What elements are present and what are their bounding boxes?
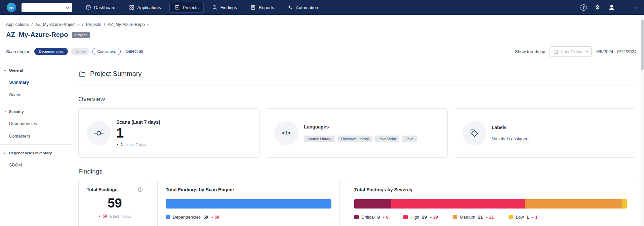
vertical-scrollbar[interactable] — [641, 15, 644, 226]
languages-card: </> Languages Source Library Unknown Lib… — [266, 108, 447, 158]
nav-projects[interactable]: Projects — [169, 2, 204, 13]
chevron-down-icon[interactable] — [78, 24, 79, 26]
gear-icon[interactable]: ⚙ — [595, 5, 600, 10]
total-findings-delta: 59 — [103, 214, 107, 219]
legend-delta: ▲ 59 — [211, 215, 219, 220]
breadcrumb-projects[interactable]: Projects — [86, 22, 101, 27]
sidebar-section-general[interactable]: General — [0, 64, 72, 76]
top-navbar: m Dashboard Applications Projects Findin… — [0, 0, 644, 15]
breadcrumb-separator: / — [82, 22, 83, 27]
legend-dependencies: Dependencies 59 ▲ 59 — [166, 215, 219, 220]
user-avatar-icon[interactable] — [608, 4, 615, 11]
sidebar-item-dependencies[interactable]: Dependencies — [0, 117, 72, 130]
project-summary-title: Project Summary — [90, 70, 142, 78]
scans-trend: ▲ 1 in last 7 days — [116, 142, 160, 147]
legend-delta: ▲ 1 — [532, 215, 538, 220]
severity-segment-high[interactable] — [391, 199, 525, 209]
breadcrumb-project-name[interactable]: AZ_My-Azure-Repo — [108, 22, 145, 27]
legend-critical: Critical 8 ▲ 8 — [354, 215, 389, 220]
language-tag: Unknown Library — [338, 136, 372, 142]
chevron-up-icon — [4, 70, 6, 72]
findings-heading: Findings — [78, 168, 635, 175]
nav-applications[interactable]: Applications — [124, 2, 166, 13]
engine-bar-segment-dependencies[interactable] — [166, 199, 331, 209]
breadcrumb-applications[interactable]: Applications — [6, 22, 29, 27]
low-color-swatch — [509, 215, 513, 219]
breadcrumb-application-name[interactable]: AZ_My-Azure-Project — [35, 22, 75, 27]
dependencies-color-swatch — [166, 215, 170, 219]
calendar-icon — [553, 49, 558, 54]
legend-medium: Medium 21 ▲ 21 — [453, 215, 494, 220]
nav-label: Applications — [137, 5, 161, 10]
labels-card: Labels No labels assigned — [454, 108, 635, 158]
info-icon[interactable] — [138, 187, 143, 192]
help-icon[interactable]: ? — [580, 4, 587, 11]
pill-dependencies[interactable]: Dependencies — [34, 48, 68, 55]
code-icon: </> — [274, 121, 298, 145]
trends-period-dropdown[interactable]: Last 7 days ▾ — [550, 46, 592, 57]
trends-controls: Show trends by Last 7 days ▾ 6/5/2024 - … — [515, 46, 637, 57]
legend-label: High — [410, 215, 419, 220]
scans-count: 1 — [116, 125, 160, 140]
sidebar-section-security[interactable]: Security — [0, 105, 72, 117]
main-content: Project Summary Overview Scans (Last 7 d… — [78, 61, 635, 226]
date-range-text: 6/5/2024 - 6/12/2024 — [596, 49, 637, 54]
trend-up-icon: ▲ — [532, 216, 534, 219]
chevron-down-icon — [66, 5, 69, 9]
nav-label: Projects — [183, 5, 199, 10]
chevron-down-icon[interactable] — [147, 24, 149, 26]
sidebar-item-sbom[interactable]: SBOM — [0, 159, 72, 171]
legend-value: 1 — [526, 215, 529, 220]
legend-delta: ▲ 21 — [486, 215, 494, 220]
navbar-actions: ? ⚙ — [580, 4, 637, 11]
breadcrumb: Applications / AZ_My-Azure-Project / Pro… — [6, 22, 149, 27]
nav-automation[interactable]: Automation — [282, 2, 323, 13]
select-all-link[interactable]: Select all — [126, 49, 143, 54]
findings-by-severity-card: Total Findings by Severity Critical 8 ▲ … — [346, 180, 635, 226]
org-selector-dropdown[interactable] — [22, 3, 72, 12]
language-tag: JavaScript — [375, 136, 399, 142]
show-trends-label: Show trends by — [515, 49, 545, 54]
severity-segment-medium[interactable] — [525, 199, 622, 209]
scrollbar-thumb[interactable] — [641, 20, 644, 70]
engine-bar-chart — [166, 199, 331, 209]
legend-high: High 29 ▲ 29 — [403, 215, 438, 220]
nav-label: Reports — [259, 5, 274, 10]
critical-color-swatch — [354, 215, 359, 219]
sidebar-item-scans[interactable]: Scans — [0, 88, 72, 101]
severity-card-title: Total Findings by Severity — [354, 187, 627, 192]
nav-findings[interactable]: Findings — [207, 2, 242, 13]
applications-icon — [129, 5, 134, 10]
dashboard-icon — [86, 5, 91, 10]
nav-label: Dashboard — [94, 5, 116, 10]
nav-dashboard[interactable]: Dashboard — [81, 2, 121, 13]
projects-icon — [174, 5, 180, 10]
engine-card-title: Total Findings by Scan Engine — [166, 187, 331, 192]
chevron-up-icon — [4, 111, 6, 113]
trends-period-value: Last 7 days — [561, 49, 583, 54]
overview-heading: Overview — [78, 96, 635, 103]
language-tag: Source Library — [304, 136, 335, 142]
severity-segment-low[interactable] — [622, 199, 627, 209]
total-findings-value: 59 — [87, 196, 143, 211]
sidebar-item-summary[interactable]: Summary — [0, 76, 72, 88]
nav-reports[interactable]: Reports — [245, 2, 279, 13]
mend-logo-icon[interactable]: m — [7, 3, 16, 12]
sidebar-section-dependencies-inventory[interactable]: Dependencies Inventory — [0, 147, 72, 159]
trend-up-icon: ▲ — [430, 216, 432, 219]
findings-search-icon — [212, 5, 217, 10]
primary-nav: Dashboard Applications Projects Findings… — [81, 2, 323, 13]
sidebar-item-containers[interactable]: Containers — [0, 130, 72, 142]
folder-icon — [78, 70, 86, 78]
language-tags: Source Library Unknown Library JavaScrip… — [304, 136, 417, 142]
nav-label: Findings — [220, 5, 237, 10]
scans-card: Scans (Last 7 days) 1 ▲ 1 in last 7 days — [78, 108, 260, 158]
severity-segment-critical[interactable] — [354, 199, 391, 209]
pill-containers[interactable]: Containers — [92, 48, 121, 55]
sidebar: General Summary Scans Security Dependenc… — [0, 61, 72, 226]
scan-engine-label: Scan engine — [6, 49, 30, 54]
chevron-down-icon[interactable] — [635, 6, 637, 9]
reports-icon — [250, 5, 256, 10]
language-tag: Java — [402, 136, 417, 142]
automation-sparkles-icon — [287, 5, 293, 10]
